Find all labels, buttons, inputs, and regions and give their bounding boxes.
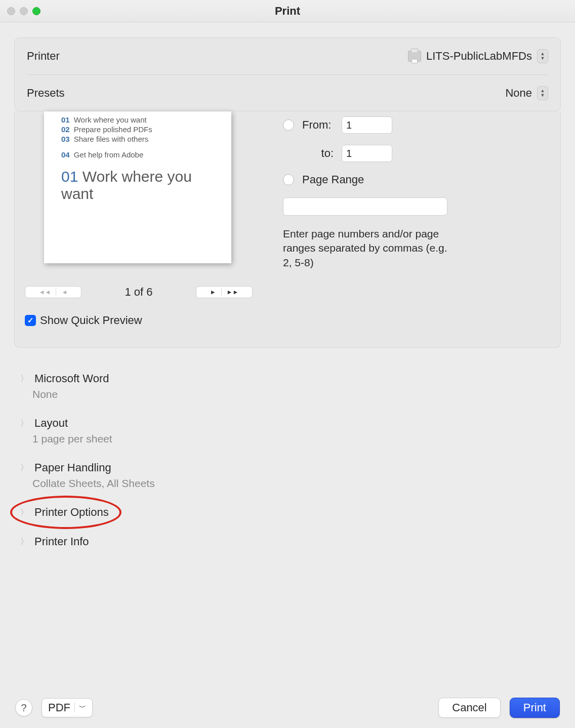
presets-value: None [505, 87, 532, 100]
pdf-menu-button[interactable]: PDF ﹀ [42, 698, 93, 717]
cancel-button[interactable]: Cancel [438, 698, 500, 718]
from-label: From: [302, 118, 334, 132]
disclosure-layout[interactable]: 〉Layout 1 page per sheet [20, 417, 575, 445]
toc-text: Get help from Adobe [74, 150, 144, 159]
page-range-field[interactable] [283, 197, 447, 216]
page-indicator: 1 of 6 [125, 286, 152, 299]
minimize-window-button[interactable] [20, 7, 28, 15]
disclosure-printer-info[interactable]: 〉Printer Info [20, 535, 575, 548]
toc-text: Share files with others [74, 135, 149, 143]
show-quick-preview-row[interactable]: ✓ Show Quick Preview [25, 314, 253, 327]
from-radio-row[interactable]: From: 1 [283, 116, 550, 134]
chevron-right-icon: 〉 [20, 463, 28, 473]
printer-icon [408, 51, 421, 62]
preview-heading: 01 Work where you want [61, 168, 221, 203]
from-radio[interactable] [283, 119, 294, 131]
toc-num: 01 [61, 115, 70, 124]
printer-row: Printer LITS-PublicLabMFDs ▲▼ [27, 38, 548, 74]
print-settings-group: Printer LITS-PublicLabMFDs ▲▼ Presets No… [14, 37, 561, 111]
preview-prev-buttons[interactable]: ◄◄ ◄ [25, 286, 81, 298]
toc-text: Work where you want [74, 115, 147, 124]
show-quick-preview-checkbox[interactable]: ✓ [25, 315, 36, 326]
printer-popup[interactable]: LITS-PublicLabMFDs ▲▼ [408, 49, 548, 63]
close-window-button[interactable] [7, 7, 15, 15]
from-field[interactable]: 1 [342, 116, 392, 134]
options-disclosure-list: 〉Microsoft Word None 〉Layout 1 page per … [20, 372, 575, 548]
show-quick-preview-label: Show Quick Preview [40, 314, 142, 327]
chevron-right-icon: 〉 [20, 374, 28, 384]
chevron-right-icon: 〉 [20, 418, 28, 429]
presets-popup[interactable]: None ▲▼ [505, 86, 548, 100]
dialog-footer: ? PDF ﹀ Cancel Print [0, 698, 575, 718]
prev-page-icon: ◄ [61, 289, 67, 296]
to-field[interactable]: 1 [342, 145, 392, 162]
last-page-icon: ►► [227, 289, 239, 296]
toc-text: Prepare polished PDFs [74, 125, 152, 134]
preview-column: 01Work where you want 02Prepare polished… [25, 111, 253, 327]
disclosure-paper-handling[interactable]: 〉Paper Handling Collate Sheets, All Shee… [20, 461, 575, 490]
preview-nav-row: ◄◄ ◄ 1 of 6 ► ►► [25, 286, 253, 299]
page-range-radio-row[interactable]: Page Range [283, 173, 550, 186]
next-page-icon: ► [210, 289, 216, 296]
to-label: to: [302, 147, 334, 160]
updown-icon: ▲▼ [537, 49, 548, 63]
zoom-window-button[interactable] [32, 7, 40, 15]
first-page-icon: ◄◄ [39, 289, 51, 296]
preview-next-buttons[interactable]: ► ►► [196, 286, 253, 298]
chevron-right-icon: 〉 [20, 537, 28, 547]
updown-icon: ▲▼ [537, 86, 548, 100]
printer-value: LITS-PublicLabMFDs [426, 50, 532, 63]
page-range-label: Page Range [302, 173, 364, 186]
presets-row: Presets None ▲▼ [27, 74, 548, 111]
disclosure-microsoft-word[interactable]: 〉Microsoft Word None [20, 372, 575, 400]
window-controls [0, 7, 40, 15]
page-range-column: From: 1 to: 1 Page Range Enter page numb… [283, 111, 550, 327]
page-range-hint: Enter page numbers and/or page ranges se… [283, 227, 450, 270]
disclosure-printer-options[interactable]: 〉Printer Options [20, 506, 575, 519]
toc-num: 04 [61, 150, 70, 159]
page-range-radio[interactable] [283, 174, 294, 185]
preview-and-range-panel: 01Work where you want 02Prepare polished… [14, 111, 561, 348]
chevron-down-icon: ﹀ [79, 703, 86, 712]
chevron-right-icon: 〉 [20, 507, 28, 518]
toc-num: 03 [61, 135, 70, 143]
title-bar: Print [0, 0, 575, 22]
toc-num: 02 [61, 125, 70, 134]
presets-label: Presets [27, 87, 65, 100]
print-button[interactable]: Print [510, 698, 560, 718]
to-row: to: 1 [302, 145, 550, 162]
help-button[interactable]: ? [15, 699, 32, 716]
preview-page: 01Work where you want 02Prepare polished… [44, 111, 231, 263]
window-title: Print [275, 5, 300, 18]
printer-label: Printer [27, 50, 60, 63]
